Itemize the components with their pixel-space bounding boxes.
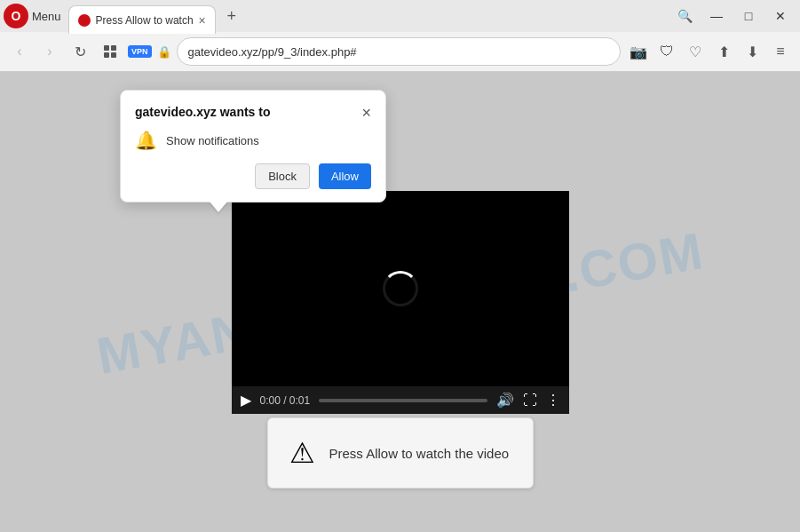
volume-button[interactable]: 🔊	[496, 392, 514, 409]
window-controls: 🔍 — □ ✕	[669, 0, 796, 32]
tab-bar: O Menu Press Allow to watch × + 🔍 — □ ✕	[0, 0, 800, 32]
popup-title: gatevideo.xyz wants to	[135, 105, 270, 119]
tab-favicon	[78, 14, 91, 27]
time-display: 0:00 / 0:01	[260, 394, 311, 407]
browser-chrome: O Menu Press Allow to watch × + 🔍 — □ ✕ …	[0, 0, 800, 72]
maximize-button[interactable]: □	[733, 0, 764, 32]
warning-icon: ⚠	[289, 436, 315, 470]
popup-actions: Block Allow	[135, 163, 371, 189]
video-controls: ▶ 0:00 / 0:01 🔊 ⛶ ⋮	[232, 386, 569, 414]
progress-bar[interactable]	[319, 399, 487, 402]
shield-toolbar-icon[interactable]: 🛡	[654, 39, 679, 64]
url-text: gatevideo.xyz/pp/9_3/index.php#	[188, 45, 609, 59]
share-toolbar-icon[interactable]: ⬆	[711, 39, 736, 64]
opera-logo[interactable]: O	[4, 4, 28, 28]
popup-close-button[interactable]: ×	[361, 105, 371, 121]
popup-permission: 🔔 Show notifications	[135, 130, 371, 151]
loading-spinner	[383, 271, 418, 306]
grid-button[interactable]	[98, 39, 123, 64]
url-bar[interactable]: gatevideo.xyz/pp/9_3/index.php#	[177, 37, 621, 66]
page-content: MYANTISPYWARE.COM ▶ 0:00 / 0:01 🔊 ⛶ ⋮ ⚠ …	[0, 72, 800, 532]
new-tab-button[interactable]: +	[219, 4, 244, 28]
search-window-button[interactable]: 🔍	[669, 0, 701, 32]
video-player: ▶ 0:00 / 0:01 🔊 ⛶ ⋮	[232, 191, 569, 414]
forward-button[interactable]: ›	[37, 39, 62, 64]
fullscreen-button[interactable]: ⛶	[523, 393, 537, 409]
popup-header: gatevideo.xyz wants to ×	[135, 105, 371, 121]
close-button[interactable]: ✕	[764, 0, 796, 32]
address-bar: ‹ › ↻ VPN 🔒 gatevideo.xyz/pp/9_3/index.p…	[0, 32, 800, 71]
download-toolbar-icon[interactable]: ⬇	[740, 39, 764, 64]
play-button[interactable]: ▶	[241, 392, 251, 409]
vpn-badge[interactable]: VPN	[128, 45, 152, 58]
heart-toolbar-icon[interactable]: ♡	[683, 39, 708, 64]
lock-icon: 🔒	[157, 45, 171, 59]
block-button[interactable]: Block	[255, 163, 310, 189]
menu-toolbar-icon[interactable]: ≡	[768, 39, 793, 64]
active-tab[interactable]: Press Allow to watch ×	[68, 5, 216, 34]
popup-tail	[210, 202, 227, 212]
tab-close-button[interactable]: ×	[199, 14, 206, 27]
tab-title: Press Allow to watch	[96, 14, 194, 27]
back-button[interactable]: ‹	[7, 39, 32, 64]
allow-button[interactable]: Allow	[319, 163, 371, 189]
camera-toolbar-icon[interactable]: 📷	[626, 39, 651, 64]
permission-text: Show notifications	[166, 134, 259, 147]
minimize-button[interactable]: —	[701, 0, 733, 32]
notification-permission-icon: 🔔	[135, 130, 157, 151]
reload-button[interactable]: ↻	[67, 39, 92, 64]
notification-popup: gatevideo.xyz wants to × 🔔 Show notifica…	[120, 90, 386, 202]
warning-text: Press Allow to watch the video	[329, 444, 510, 463]
video-screen	[232, 191, 569, 386]
more-options-button[interactable]: ⋮	[546, 392, 560, 409]
menu-label[interactable]: Menu	[32, 10, 61, 23]
toolbar-icons: 📷 🛡 ♡ ⬆ ⬇ ≡	[626, 39, 793, 64]
warning-box: ⚠ Press Allow to watch the video	[267, 417, 534, 488]
